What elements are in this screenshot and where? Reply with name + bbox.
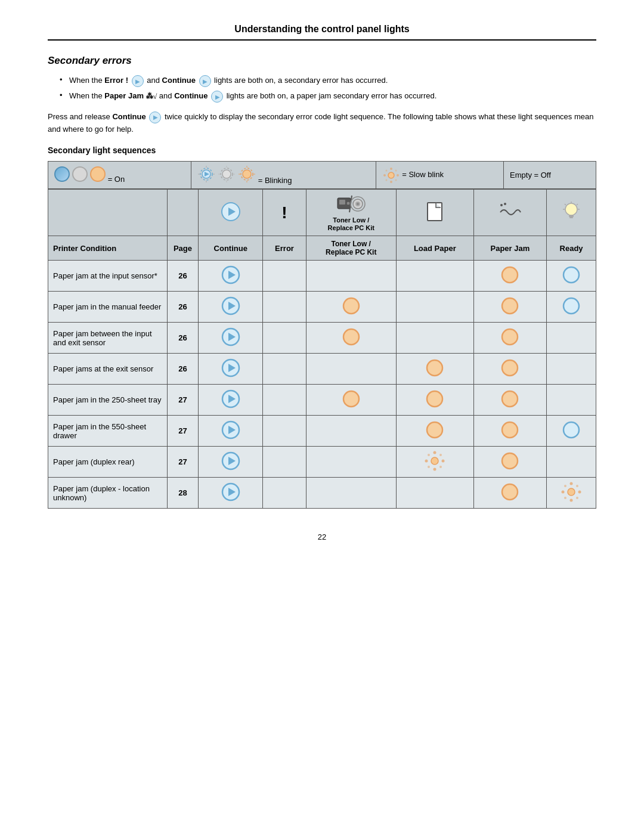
table-header-row: ! Toner Low /Replace PC Kit: [48, 190, 596, 236]
cell-continue: [199, 416, 263, 447]
svg-point-40: [504, 203, 506, 205]
legend-empty: Empty = Off: [504, 162, 596, 189]
header-error: !: [263, 190, 306, 236]
cell-toner: [306, 354, 396, 385]
cell-condition: Paper jam in the 550-sheet drawer: [48, 416, 168, 447]
svg-point-79: [434, 451, 436, 454]
svg-point-80: [434, 468, 436, 471]
cell-load-paper: [396, 385, 473, 416]
cell-page: 27: [168, 447, 199, 478]
table-row: Paper jam (duplex rear) 27: [48, 447, 596, 478]
cell-continue: [199, 385, 263, 416]
svg-point-91: [568, 488, 575, 496]
cell-ready: [547, 385, 596, 416]
cell-error: [263, 416, 306, 447]
svg-point-82: [442, 460, 445, 463]
slow-blink-icon: [382, 166, 400, 184]
header-page: [168, 190, 199, 236]
paperjam-icon-inline: ⁂√: [146, 92, 157, 101]
main-table: ! Toner Low /Replace PC Kit: [48, 189, 596, 509]
svg-point-24: [385, 169, 387, 171]
cell-continue: [199, 323, 263, 354]
error-header-icon: !: [281, 203, 287, 222]
bullet-list: When the Error ! and Continue lights are…: [48, 75, 596, 103]
cell-toner: [306, 385, 396, 416]
svg-point-78: [431, 457, 438, 465]
cell-toner: [306, 447, 396, 478]
cell-error: [263, 354, 306, 385]
header-paper-jam: [473, 190, 546, 236]
sub-heading: Secondary light sequences: [48, 145, 596, 155]
svg-point-93: [570, 499, 573, 502]
svg-point-37: [357, 203, 359, 205]
svg-rect-42: [569, 215, 574, 217]
legend-on-icons: [54, 166, 106, 182]
legend-slow-blink: = Slow blink: [376, 162, 504, 189]
cell-error: [263, 261, 306, 292]
cell-page: 26: [168, 323, 199, 354]
cell-condition: Paper jams at the exit sensor: [48, 354, 168, 385]
cell-ready: [547, 261, 596, 292]
cell-condition: Paper jam between the input and exit sen…: [48, 323, 168, 354]
cell-paper-jam: [473, 385, 546, 416]
cell-toner: [306, 478, 396, 509]
svg-point-20: [390, 168, 392, 170]
svg-point-61: [502, 329, 518, 345]
svg-point-99: [576, 497, 578, 499]
bullet-item-1: When the Error ! and Continue lights are…: [60, 75, 596, 87]
col-header-paper-jam: Paper Jam: [473, 236, 546, 261]
table-row: Paper jam in the 250-sheet tray 27: [48, 385, 596, 416]
cell-page: 26: [168, 292, 199, 323]
cell-ready: [547, 416, 596, 447]
legend-on: = On: [48, 162, 191, 189]
cell-ready: [547, 354, 596, 385]
table-row: Paper jam in the 550-sheet drawer 27: [48, 416, 596, 447]
svg-point-84: [439, 454, 442, 456]
intro-paragraph: Press and release Continue twice quickly…: [48, 111, 596, 135]
svg-point-60: [343, 329, 359, 345]
svg-point-68: [343, 391, 359, 407]
blink-circle-icon: [218, 165, 236, 183]
cell-load-paper: [396, 478, 473, 509]
col-header-condition: Printer Condition: [48, 236, 168, 261]
svg-point-51: [502, 267, 518, 283]
cell-continue: [199, 478, 263, 509]
cell-error: [263, 478, 306, 509]
cell-paper-jam: [473, 354, 546, 385]
svg-point-75: [564, 422, 579, 438]
col-header-page: Page: [168, 236, 199, 261]
svg-point-27: [395, 179, 397, 181]
svg-point-87: [502, 453, 518, 469]
ready-header-icon: [562, 201, 580, 222]
col-header-continue: Continue: [199, 236, 263, 261]
header-continue: [199, 190, 263, 236]
toner-header-label: Toner Low /Replace PC Kit: [311, 216, 391, 232]
svg-point-74: [502, 422, 518, 438]
cell-ready: [547, 292, 596, 323]
cell-continue: [199, 447, 263, 478]
cell-error: [263, 447, 306, 478]
svg-point-8: [222, 170, 231, 178]
cell-condition: Paper jam (duplex rear): [48, 447, 168, 478]
cell-page: 27: [168, 416, 199, 447]
cell-load-paper: [396, 416, 473, 447]
cell-page: 28: [168, 478, 199, 509]
legend-on-label: = On: [108, 175, 125, 184]
cell-load-paper: [396, 354, 473, 385]
cell-condition: Paper jam in the manual feeder: [48, 292, 168, 323]
svg-point-92: [570, 482, 573, 485]
cell-ready: [547, 447, 596, 478]
cell-paper-jam: [473, 323, 546, 354]
svg-line-45: [565, 204, 566, 205]
cell-condition: Paper jam at the input sensor*: [48, 261, 168, 292]
page-number: 22: [48, 532, 596, 541]
cell-paper-jam: [473, 261, 546, 292]
svg-point-14: [243, 170, 251, 178]
svg-point-98: [564, 497, 566, 499]
legend-table: = On: [48, 161, 596, 189]
svg-point-57: [564, 298, 579, 314]
cell-load-paper: [396, 323, 473, 354]
cell-condition: Paper jam in the 250-sheet tray: [48, 385, 168, 416]
svg-point-94: [562, 491, 565, 494]
table-row: Paper jam (duplex - location unknown) 28: [48, 478, 596, 509]
